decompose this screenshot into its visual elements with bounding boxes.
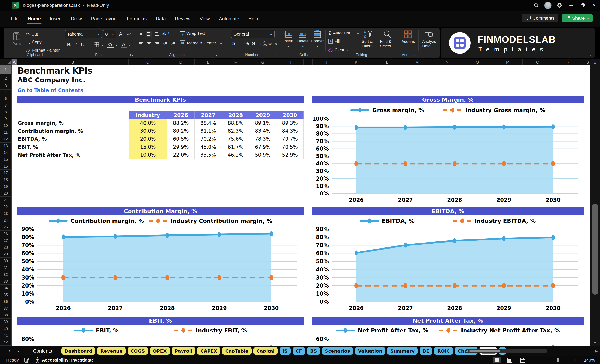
font-dialog-launcher[interactable]	[130, 54, 133, 57]
row-header[interactable]: 27	[0, 237, 12, 244]
zoom-slider[interactable]	[539, 360, 570, 361]
row-header[interactable]: 26	[0, 231, 12, 237]
row-header[interactable]: 11	[0, 129, 12, 136]
table-of-contents-link[interactable]: Go to Table of Contents	[18, 88, 83, 93]
next-sheet-arrow[interactable]: ›	[15, 348, 22, 354]
column-header[interactable]: D	[167, 59, 195, 65]
font-color-button[interactable]: A	[120, 40, 127, 48]
column-header[interactable]: P	[492, 59, 523, 65]
sheet-tab[interactable]: Capital	[253, 347, 278, 355]
column-header[interactable]: L	[372, 59, 402, 65]
clear-button[interactable]: Clear⌄	[328, 47, 349, 52]
page-layout-view-button[interactable]	[506, 357, 514, 363]
ribbon-tab[interactable]: Insert	[45, 14, 66, 24]
ribbon-tab[interactable]: File	[6, 14, 23, 24]
horizontal-scrollbar[interactable]: ◀	[465, 349, 547, 353]
row-header[interactable]: 29	[0, 251, 12, 258]
decrease-font-size-button[interactable]: A˅	[126, 31, 133, 38]
merge-center-button[interactable]: Merge & Center⌄	[180, 40, 222, 46]
ribbon-tab[interactable]: Page Layout	[86, 14, 122, 24]
row-header[interactable]: 9	[0, 116, 12, 122]
industry-value-cell[interactable]: 10.0%	[129, 151, 167, 159]
row-header[interactable]: 24	[0, 217, 12, 224]
sheet-tab[interactable]: BE	[420, 347, 432, 355]
vertical-scrollbar[interactable]: ▲ ▼	[590, 59, 600, 346]
increase-decimal-button[interactable]: ←.0.00	[259, 40, 267, 47]
autosum-button[interactable]: Σ AutoSum⌄	[328, 30, 359, 36]
row-header[interactable]: 36	[0, 298, 12, 305]
row-header[interactable]: 30	[0, 258, 12, 264]
row-header[interactable]: 1	[0, 65, 12, 74]
ribbon-tab[interactable]: Formulas	[122, 14, 151, 24]
font-size-combo[interactable]: 8⌄	[103, 30, 116, 38]
sheet-tab[interactable]: CF	[292, 347, 305, 355]
row-header[interactable]: 12	[0, 136, 12, 143]
top-align-button[interactable]	[138, 31, 144, 37]
font-color-chevron[interactable]: ⌄	[128, 41, 131, 48]
column-header[interactable]: G	[249, 59, 276, 65]
column-header[interactable]: J	[313, 59, 340, 65]
find-select-button[interactable]: Find &Select ⌄	[378, 30, 396, 48]
row-header[interactable]: 25	[0, 224, 12, 231]
font-name-combo[interactable]: Tahoma⌄	[65, 30, 102, 38]
fill-button[interactable]: Fill⌄	[328, 39, 344, 44]
zoom-slider-thumb[interactable]	[557, 358, 559, 362]
percent-style-button[interactable]: %	[243, 40, 250, 47]
scroll-down-arrow[interactable]: ▼	[590, 339, 600, 346]
hscroll-left-arrow[interactable]: ◀	[466, 349, 468, 352]
column-header[interactable]: A	[12, 59, 17, 65]
sheet-tab[interactable]: Dashboard	[61, 347, 95, 355]
column-header[interactable]: F	[222, 59, 249, 65]
row-header[interactable]: 2	[0, 74, 12, 82]
row-header[interactable]: 41	[0, 332, 12, 339]
row-header[interactable]: 17	[0, 170, 12, 176]
bottom-align-button[interactable]	[153, 31, 160, 37]
row-header[interactable]: 6	[0, 95, 12, 102]
select-all-corner[interactable]	[0, 59, 12, 65]
row-header[interactable]: 3	[0, 82, 12, 90]
comments-button[interactable]: Comments	[522, 14, 558, 22]
close-button[interactable]: ✕	[588, 0, 600, 11]
add-ins-button[interactable]: Add-ins	[400, 30, 416, 44]
horizontal-scrollbar-thumb[interactable]	[469, 350, 500, 352]
row-header[interactable]: 31	[0, 264, 12, 271]
ribbon-tab[interactable]: Draw	[66, 14, 87, 24]
sheet-tab[interactable]: CAPEX	[197, 347, 220, 355]
sheet-tab[interactable]: OPEX	[150, 347, 170, 355]
minimize-button[interactable]: ─	[565, 0, 577, 11]
row-header[interactable]: 38	[0, 312, 12, 319]
share-button[interactable]: Share ⌄	[562, 14, 592, 22]
column-header[interactable]: N	[432, 59, 462, 65]
industry-value-cell[interactable]: 15.0%	[129, 143, 167, 151]
row-header[interactable]: 20	[0, 190, 12, 197]
column-header[interactable]: O	[462, 59, 492, 65]
italic-button[interactable]: I	[73, 41, 79, 48]
align-right-button[interactable]	[153, 40, 160, 47]
industry-value-cell[interactable]: 30.0%	[129, 127, 167, 135]
column-header[interactable]: H	[276, 59, 303, 65]
ribbon-tab[interactable]: Data	[151, 14, 170, 24]
ribbon-tab[interactable]: Automate	[214, 14, 244, 24]
column-header[interactable]: R	[553, 59, 583, 65]
borders-chevron[interactable]: ⌄	[101, 41, 104, 48]
sheet-tab[interactable]: ROIC	[434, 347, 453, 355]
sheet-tab[interactable]: Revenue	[97, 347, 125, 355]
page-break-preview-button[interactable]	[518, 357, 527, 363]
currency-format-button[interactable]: $⌄	[232, 40, 239, 46]
row-header[interactable]: 8	[0, 109, 12, 116]
normal-view-button[interactable]	[493, 357, 501, 363]
vertical-scrollbar-thumb[interactable]	[592, 204, 598, 295]
hscroll-right-arrow[interactable]: ▶	[595, 349, 598, 353]
column-header[interactable]: Q	[523, 59, 553, 65]
row-header[interactable]: 14	[0, 149, 12, 156]
underline-options-chevron[interactable]: ⌄	[86, 41, 90, 48]
insert-cells-button[interactable]: Insert⌄	[281, 30, 295, 47]
chevron-down-icon[interactable]: ⌄	[112, 4, 114, 7]
ribbon-tab[interactable]: View	[195, 14, 214, 24]
sheet-tab[interactable]: Payroll	[172, 347, 195, 355]
row-header[interactable]: 39	[0, 318, 12, 325]
row-header[interactable]: 7	[0, 102, 12, 109]
format-painter-button[interactable]: Format Painter	[26, 48, 60, 53]
readonly-label[interactable]: Read-Only	[87, 3, 109, 8]
row-header[interactable]: 34	[0, 285, 12, 291]
